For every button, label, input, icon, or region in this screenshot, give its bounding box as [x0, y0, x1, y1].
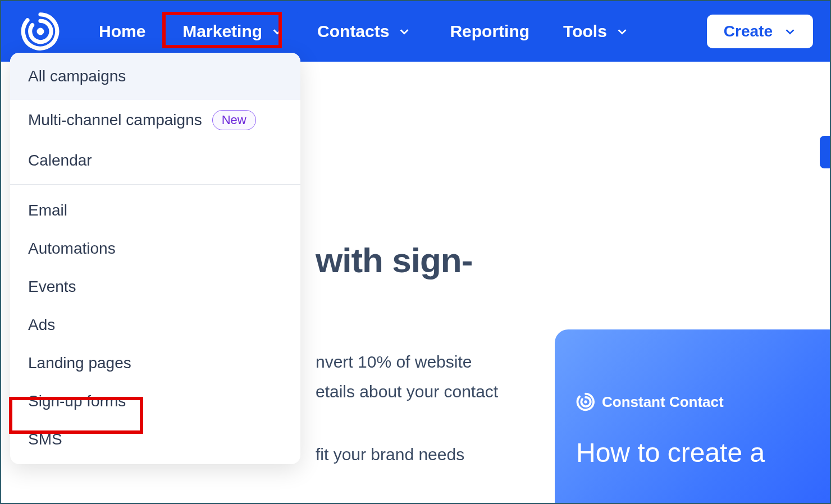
- dd-label: Email: [28, 201, 67, 219]
- dd-label: SMS: [28, 430, 62, 448]
- nav-marketing-label: Marketing: [182, 22, 262, 41]
- dd-label: Landing pages: [28, 354, 131, 372]
- nav-contacts-label: Contacts: [317, 22, 389, 41]
- nav-marketing[interactable]: Marketing: [166, 12, 300, 51]
- promo-brand-label: Constant Contact: [602, 393, 724, 411]
- dd-all-campaigns[interactable]: All campaigns: [10, 53, 300, 100]
- svg-point-0: [37, 28, 44, 35]
- chevron-down-icon: [616, 25, 628, 38]
- nav-home[interactable]: Home: [85, 12, 159, 51]
- nav-reporting[interactable]: Reporting: [433, 12, 546, 51]
- dd-signup-forms[interactable]: Sign-up forms: [10, 382, 300, 420]
- page-heading-fragment: with sign-: [316, 240, 830, 280]
- nav-tools[interactable]: Tools: [546, 12, 645, 51]
- dd-label: Multi-channel campaigns: [28, 111, 202, 129]
- chevron-down-icon: [398, 25, 410, 38]
- brand-logo[interactable]: [17, 11, 64, 52]
- promo-card[interactable]: Constant Contact How to create a: [555, 329, 831, 504]
- side-tab[interactable]: [820, 136, 831, 168]
- dd-label: Sign-up forms: [28, 392, 126, 410]
- dd-email[interactable]: Email: [10, 191, 300, 230]
- dd-label: Automations: [28, 240, 116, 258]
- dd-events[interactable]: Events: [10, 268, 300, 306]
- dd-label: Ads: [28, 316, 55, 334]
- dd-label: Events: [28, 278, 76, 296]
- dd-landing-pages[interactable]: Landing pages: [10, 344, 300, 382]
- promo-title: How to create a: [576, 437, 831, 468]
- dd-ads[interactable]: Ads: [10, 306, 300, 344]
- svg-point-1: [584, 400, 587, 403]
- marketing-dropdown: All campaigns Multi-channel campaigns Ne…: [10, 53, 300, 464]
- nav-tools-label: Tools: [563, 22, 607, 41]
- dd-sms[interactable]: SMS: [10, 420, 300, 459]
- dd-label: Calendar: [28, 152, 92, 169]
- dropdown-divider: [10, 184, 300, 185]
- new-badge: New: [212, 110, 256, 130]
- dd-label: All campaigns: [28, 67, 126, 85]
- create-button[interactable]: Create: [707, 15, 813, 48]
- brand-icon: [576, 392, 595, 411]
- primary-nav: Home Marketing Contacts Reporting Tools: [85, 12, 645, 51]
- create-button-label: Create: [724, 22, 773, 40]
- promo-brand: Constant Contact: [576, 392, 831, 411]
- chevron-down-icon: [271, 25, 284, 38]
- chevron-down-icon: [784, 25, 796, 38]
- nav-contacts[interactable]: Contacts: [300, 12, 427, 51]
- dd-calendar[interactable]: Calendar: [10, 140, 300, 181]
- dd-multi-channel[interactable]: Multi-channel campaigns New: [10, 100, 300, 140]
- dd-automations[interactable]: Automations: [10, 230, 300, 268]
